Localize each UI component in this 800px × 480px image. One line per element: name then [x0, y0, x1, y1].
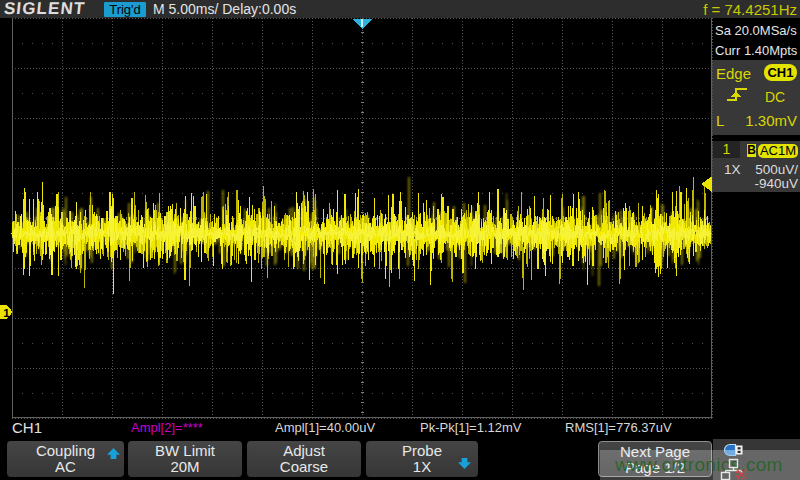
svg-text:1: 1 [3, 307, 10, 319]
